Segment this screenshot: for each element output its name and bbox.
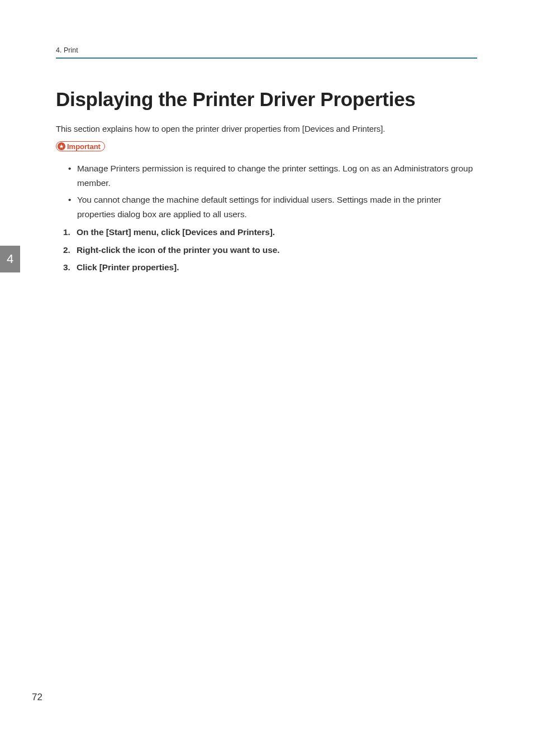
page-number: 72: [32, 692, 42, 703]
page-header: 4. Print: [56, 46, 477, 59]
step-text: On the [Start] menu, click [Devices and …: [77, 227, 275, 237]
step-item: 1. On the [Start] menu, click [Devices a…: [63, 227, 477, 237]
step-number: 3.: [63, 262, 77, 272]
chapter-label: 4. Print: [56, 46, 78, 54]
step-number: 2.: [63, 245, 77, 255]
page-title: Displaying the Printer Driver Properties: [56, 88, 415, 111]
step-item: 3. Click [Printer properties].: [63, 262, 477, 272]
step-text: Click [Printer properties].: [77, 262, 179, 272]
step-item: 2. Right-click the icon of the printer y…: [63, 245, 477, 255]
bullet-item: • Manage Printers permission is required…: [77, 161, 477, 191]
star-icon: [58, 142, 65, 150]
step-text: Right-click the icon of the printer you …: [77, 245, 279, 255]
important-label: Important: [67, 142, 101, 151]
chapter-tab: 4: [0, 246, 20, 272]
chapter-tab-number: 4: [7, 252, 13, 266]
intro-paragraph: This section explains how to open the pr…: [56, 124, 385, 133]
bullet-text: You cannot change the machine default se…: [77, 193, 477, 222]
bullet-text: Manage Printers permission is required t…: [77, 161, 477, 191]
bullet-item: • You cannot change the machine default …: [77, 193, 477, 222]
important-badge: Important: [56, 141, 105, 151]
bullet-marker: •: [68, 161, 71, 176]
bullet-marker: •: [68, 193, 71, 207]
step-number: 1.: [63, 227, 77, 237]
